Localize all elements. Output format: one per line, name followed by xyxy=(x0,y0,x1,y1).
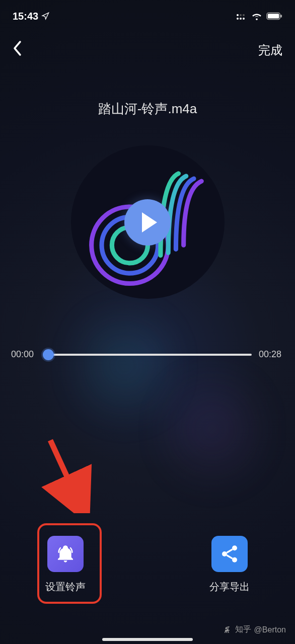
signal-icon xyxy=(236,12,247,20)
svg-point-12 xyxy=(232,545,237,550)
done-button[interactable]: 完成 xyxy=(258,42,282,58)
time-current: 00:00 xyxy=(11,349,36,360)
nav-bar: 完成 xyxy=(0,25,295,65)
set-ringtone-button[interactable]: 设置铃声 xyxy=(45,536,86,594)
status-bar: 15:43 xyxy=(0,0,295,25)
svg-point-4 xyxy=(240,14,242,16)
watermark-source: 知乎 xyxy=(235,624,251,635)
svg-point-13 xyxy=(222,551,227,556)
share-export-label: 分享导出 xyxy=(209,580,250,594)
wifi-icon xyxy=(251,12,262,20)
zhihu-icon xyxy=(223,625,232,634)
share-icon xyxy=(219,544,240,564)
progress-track[interactable] xyxy=(43,354,252,356)
svg-line-16 xyxy=(50,440,78,501)
progress-thumb[interactable] xyxy=(43,349,54,360)
watermark-handle: @Berton xyxy=(254,625,286,634)
svg-rect-7 xyxy=(268,14,279,18)
home-indicator[interactable] xyxy=(102,638,193,641)
svg-point-1 xyxy=(240,18,242,20)
back-button[interactable] xyxy=(13,40,22,60)
share-export-button[interactable]: 分享导出 xyxy=(209,536,250,594)
location-icon xyxy=(41,12,49,20)
svg-point-5 xyxy=(243,14,245,16)
svg-point-0 xyxy=(237,18,239,20)
svg-point-14 xyxy=(232,557,237,562)
svg-point-2 xyxy=(243,18,245,20)
battery-icon xyxy=(266,12,282,20)
play-button[interactable] xyxy=(124,199,171,246)
svg-point-3 xyxy=(237,14,239,16)
bell-icon xyxy=(55,544,76,564)
annotation-arrow xyxy=(35,433,101,513)
file-title: 踏山河-铃声.m4a xyxy=(0,100,295,118)
set-ringtone-label: 设置铃声 xyxy=(45,580,86,594)
play-icon xyxy=(142,212,157,232)
album-art xyxy=(71,145,225,299)
chevron-left-icon xyxy=(13,40,22,56)
watermark: 知乎 @Berton xyxy=(223,624,286,635)
svg-rect-8 xyxy=(280,15,282,18)
status-time: 15:43 xyxy=(13,11,38,22)
